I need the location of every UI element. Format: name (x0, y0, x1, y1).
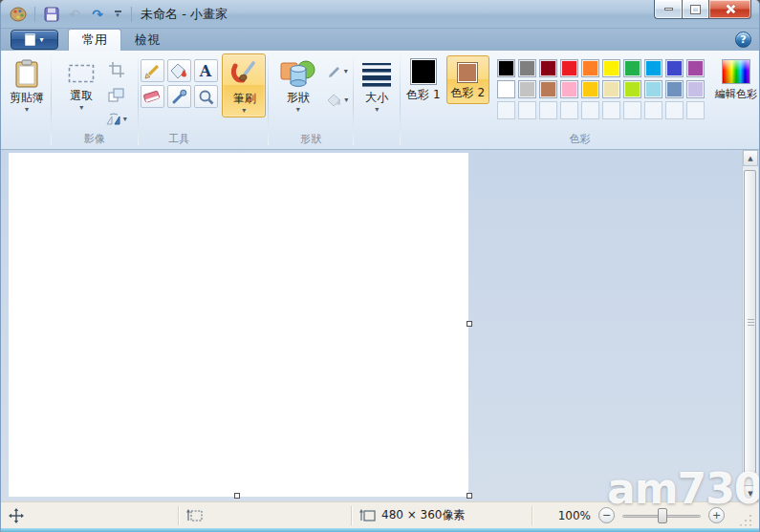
group-shapes: 形狀 ▾ ▾ (271, 53, 351, 149)
resize-icon (108, 88, 124, 102)
palette-empty-slot[interactable] (581, 101, 599, 119)
palette-color-swatch[interactable] (518, 59, 536, 77)
palette-empty-slot[interactable] (497, 101, 515, 119)
palette-color-swatch[interactable] (497, 80, 515, 98)
scrollbar-track[interactable] (743, 166, 758, 485)
palette-color-swatch[interactable] (518, 80, 536, 98)
brushes-button[interactable]: 筆刷 ▾ (222, 53, 266, 117)
canvas-resize-handle-bottom[interactable] (234, 493, 240, 499)
app-icon[interactable] (9, 5, 28, 24)
fill-tool-button[interactable] (167, 59, 191, 82)
clipboard-button[interactable]: 剪貼簿 ▾ (5, 53, 49, 116)
qat-separator (34, 7, 35, 22)
palette-color-swatch[interactable] (560, 80, 578, 98)
palette-empty-slot[interactable] (665, 101, 684, 119)
shape-outline-button[interactable]: ▾ (326, 60, 350, 83)
palette-empty-slot[interactable] (602, 101, 620, 119)
group-tools: A (141, 53, 218, 149)
palette-empty-slot[interactable] (644, 101, 662, 119)
palette-empty-slot[interactable] (560, 101, 578, 119)
undo-button[interactable]: ↶ (65, 5, 84, 24)
tab-view[interactable]: 檢視 (121, 29, 173, 51)
palette-color-swatch[interactable] (665, 59, 684, 77)
rotate-icon (106, 113, 121, 126)
chevron-down-icon: ▾ (39, 36, 43, 44)
tab-home[interactable]: 常用 (68, 29, 121, 51)
palette-color-swatch[interactable] (560, 59, 578, 77)
select-button[interactable]: 選取 ▾ (60, 55, 102, 114)
palette-color-swatch[interactable] (539, 80, 557, 98)
text-tool-button[interactable]: A (194, 59, 218, 82)
canvas-size-section: 480 × 360像素 (352, 502, 532, 528)
watermark: am730 (607, 464, 760, 513)
save-button[interactable] (42, 5, 61, 24)
window-title: 未命名 - 小畫家 (141, 6, 228, 23)
canvas-size-icon (359, 508, 376, 522)
size-button[interactable]: 大小 ▾ (356, 53, 398, 116)
palette-color-swatch[interactable] (602, 80, 620, 98)
status-divider (532, 506, 532, 525)
color2-button[interactable]: 色彩 2 (446, 55, 489, 104)
colors-group-label: 色彩 (402, 132, 757, 146)
color1-button[interactable]: 色彩 1 (402, 55, 444, 105)
palette-color-swatch[interactable] (602, 59, 620, 77)
palette-color-swatch[interactable] (581, 80, 599, 98)
group-colors: 色彩 1 色彩 2 編輯色彩 色彩 (402, 53, 757, 149)
palette-color-swatch[interactable] (623, 59, 641, 77)
application-menu-button[interactable]: ▾ (11, 30, 58, 50)
minimize-button[interactable] (654, 0, 682, 19)
palette-color-swatch[interactable] (686, 80, 705, 98)
crop-button[interactable] (104, 58, 128, 81)
close-icon (725, 4, 735, 14)
palette-color-swatch[interactable] (623, 80, 641, 98)
color2-swatch (457, 62, 478, 83)
palette-color-swatch[interactable] (665, 80, 684, 98)
vertical-scrollbar[interactable]: ▲ ▼ (742, 150, 758, 501)
edit-colors-button[interactable]: 編輯色彩 (715, 55, 757, 101)
palette-color-swatch[interactable] (644, 59, 662, 77)
drawing-canvas[interactable] (9, 153, 468, 497)
palette-color-swatch[interactable] (539, 59, 557, 77)
text-tool-icon: A (200, 62, 211, 80)
ribbon-tabs: 常用 檢視 (68, 29, 173, 51)
resize-button[interactable] (104, 83, 128, 106)
shapes-label: 形狀 (287, 91, 310, 105)
palette-color-swatch[interactable] (581, 59, 599, 77)
palette-icon (10, 7, 27, 22)
group-separator (220, 55, 221, 145)
edit-colors-icon (722, 59, 750, 84)
close-button[interactable] (709, 0, 751, 19)
customize-qat-button[interactable]: ▾ (111, 11, 124, 18)
scrollbar-thumb[interactable] (744, 170, 756, 474)
pencil-tool-button[interactable] (141, 59, 164, 82)
size-label: 大小 (365, 91, 388, 105)
window-resize-grip[interactable] (738, 513, 751, 526)
clipboard-label: 剪貼簿 (10, 91, 44, 105)
brushes-label: 筆刷 (232, 92, 255, 106)
select-label: 選取 (70, 89, 93, 103)
palette-empty-slot[interactable] (539, 101, 557, 119)
canvas-resize-handle-corner[interactable] (467, 493, 472, 499)
group-separator (138, 55, 139, 145)
canvas-size-value: 480 × 360像素 (381, 507, 466, 523)
maximize-button[interactable] (682, 0, 709, 19)
palette-color-swatch[interactable] (644, 80, 662, 98)
palette-color-swatch[interactable] (497, 59, 515, 77)
redo-button[interactable]: ↷ (88, 5, 107, 24)
eraser-tool-button[interactable] (141, 85, 164, 108)
shapes-button[interactable]: 形狀 ▾ (272, 55, 324, 116)
palette-empty-slot[interactable] (623, 101, 641, 119)
canvas-resize-handle-right[interactable] (467, 321, 472, 327)
help-button[interactable]: ? (735, 32, 751, 48)
selection-size-icon (186, 508, 203, 522)
palette-empty-slot[interactable] (518, 101, 536, 119)
color-picker-button[interactable] (167, 85, 191, 108)
palette-empty-slot[interactable] (686, 101, 705, 119)
palette-color-swatch[interactable] (686, 59, 705, 77)
zoom-level-value: 100% (558, 509, 591, 522)
scroll-up-button[interactable]: ▲ (743, 150, 758, 166)
chevron-down-icon: ▾ (123, 116, 127, 123)
rotate-button[interactable]: ▾ (104, 108, 128, 131)
magnifier-tool-button[interactable] (194, 85, 218, 108)
shape-fill-button[interactable]: ▾ (326, 89, 350, 112)
